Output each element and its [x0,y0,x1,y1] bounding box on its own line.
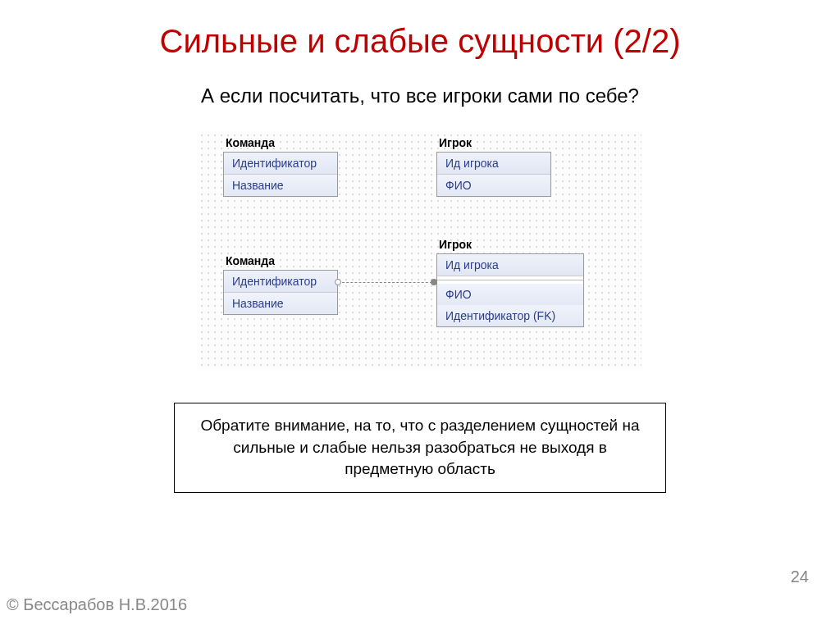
slide-subtitle: А если посчитать, что все игроки сами по… [0,84,840,107]
entity-title: Игрок [439,238,472,251]
note-box: Обратите внимание, на то, что с разделен… [174,403,666,493]
entity-title: Игрок [439,136,472,149]
slide-title: Сильные и слабые сущности (2/2) [0,23,840,60]
entity-title: Команда [226,254,275,267]
relationship-end-left [335,279,341,285]
entity-attribute: Ид игрока [437,153,550,175]
entity-attribute: Название [224,293,337,314]
entity-attribute: Название [224,175,337,196]
entity-title: Команда [226,136,275,149]
entity-attribute: ФИО [437,175,550,196]
entity-attribute: Идентификатор (FK) [437,305,583,326]
entity-attribute: Идентификатор [224,153,337,175]
entity-team-2: Команда Идентификатор Название [223,270,338,315]
entity-attribute: Идентификатор [224,271,337,293]
entity-team-1: Команда Идентификатор Название [223,152,338,197]
entity-player-2: Игрок Ид игрока ФИО Идентификатор (FK) [436,253,584,327]
relationship-line [338,282,436,284]
entity-attribute: Ид игрока [437,254,583,276]
entity-attribute: ФИО [437,284,583,305]
page-number: 24 [791,567,809,586]
er-diagram: Команда Идентификатор Название Игрок Ид … [199,132,641,370]
entity-player-1: Игрок Ид игрока ФИО [436,152,551,197]
copyright: © Бессарабов Н.В.2016 [7,595,187,614]
relationship-end-right [431,279,437,285]
entity-divider [437,280,583,280]
